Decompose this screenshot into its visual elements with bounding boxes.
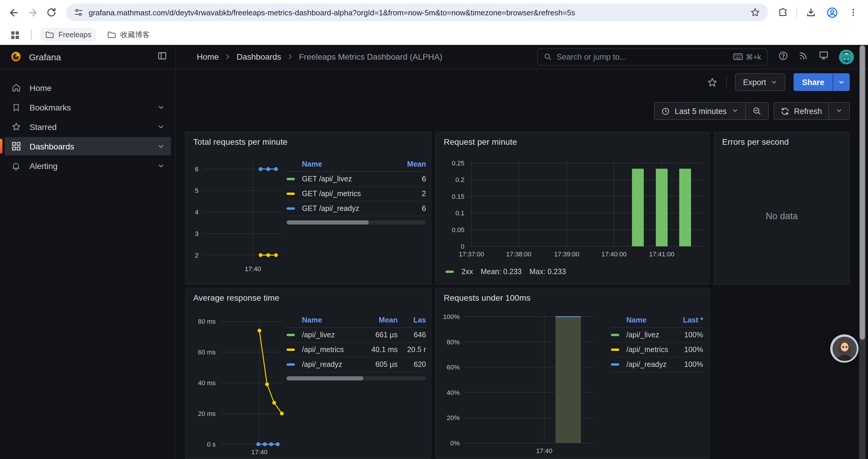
series-color-pill bbox=[286, 193, 295, 195]
apps-grid-icon[interactable] bbox=[7, 27, 23, 42]
legend-inline[interactable]: 2xx Mean: 0.233 Max: 0.233 bbox=[445, 268, 566, 276]
series-name[interactable]: /api/_metrics bbox=[302, 346, 361, 354]
search-shortcut: ⌘+k bbox=[733, 52, 761, 61]
series-name[interactable]: GET /api/_readyz bbox=[302, 204, 393, 213]
dock-menu-icon[interactable] bbox=[157, 51, 167, 63]
favorite-star-icon[interactable] bbox=[707, 76, 718, 88]
scrollbar-thumb[interactable] bbox=[286, 220, 369, 225]
refresh-button[interactable]: Refresh bbox=[774, 103, 829, 119]
panel-total-requests[interactable]: Total requests per minute 2345617:40 Nam… bbox=[185, 132, 431, 285]
site-settings-icon[interactable] bbox=[73, 5, 84, 20]
user-avatar[interactable] bbox=[839, 49, 854, 64]
chevron-down-icon[interactable] bbox=[157, 123, 165, 131]
series-name[interactable]: /api/_livez bbox=[626, 331, 670, 339]
zoom-out-button[interactable] bbox=[745, 103, 768, 119]
legend-row[interactable]: GET /api/_livez 6 bbox=[286, 172, 426, 187]
requests-under-100ms-chart: 0%20%40%60%80%100%17:40 bbox=[441, 311, 618, 458]
export-button[interactable]: Export bbox=[735, 73, 785, 91]
monitor-icon[interactable] bbox=[818, 50, 829, 63]
legend-header-name[interactable]: Name bbox=[302, 160, 393, 168]
bookmark-star-icon[interactable] bbox=[749, 5, 761, 20]
legend-row[interactable]: /api/_livez 661 µs 646 bbox=[286, 328, 426, 342]
sidebar-item-starred[interactable]: Starred bbox=[5, 118, 171, 136]
legend-row[interactable]: /api/_livez 100% bbox=[611, 328, 703, 342]
sidebar-item-alerting[interactable]: Alerting bbox=[5, 157, 171, 175]
sidebar-item-dashboards[interactable]: Dashboards bbox=[5, 137, 171, 155]
scrollbar-thumb[interactable] bbox=[286, 376, 363, 381]
legend-scrollbar[interactable] bbox=[286, 376, 426, 381]
chevron-down-icon[interactable] bbox=[157, 103, 165, 111]
scrollbar-thumb[interactable] bbox=[860, 45, 865, 340]
sidebar-item-bookmarks[interactable]: Bookmarks bbox=[5, 98, 171, 117]
news-rss-icon[interactable] bbox=[798, 51, 808, 63]
forward-icon[interactable] bbox=[25, 5, 40, 20]
chevron-down-icon[interactable] bbox=[157, 162, 165, 169]
url-text[interactable]: grafana.mathmast.com/d/deytv4rwavabkb/fr… bbox=[89, 8, 745, 17]
help-icon[interactable] bbox=[778, 51, 788, 63]
chevron-down-icon[interactable] bbox=[157, 142, 165, 150]
legend-scrollbar[interactable] bbox=[286, 220, 426, 225]
legend-header-mean[interactable]: Mean bbox=[361, 316, 398, 324]
legend-row[interactable]: GET /api/_metrics 2 bbox=[286, 187, 426, 201]
svg-text:80 ms: 80 ms bbox=[198, 318, 216, 325]
search-input[interactable]: Search or jump to... ⌘+k bbox=[537, 48, 768, 65]
page-scrollbar[interactable] bbox=[859, 45, 866, 459]
series-name[interactable]: /api/_livez bbox=[302, 331, 361, 339]
time-range-picker[interactable]: Last 5 minutes bbox=[655, 103, 745, 119]
time-controls: Last 5 minutes Refresh bbox=[654, 102, 850, 120]
panel-average-response-time[interactable]: Average response time 0 s20 ms40 ms60 ms… bbox=[185, 288, 431, 459]
legend-header-mean[interactable]: Mean bbox=[393, 160, 426, 168]
panel-errors-per-second[interactable]: Errors per second No data bbox=[714, 132, 850, 285]
series-mean: 661 µs bbox=[361, 331, 398, 339]
address-bar[interactable]: grafana.mathmast.com/d/deytv4rwavabkb/fr… bbox=[66, 4, 768, 21]
divider bbox=[726, 76, 727, 89]
nav-icon-group bbox=[768, 49, 868, 64]
svg-text:17:41:00: 17:41:00 bbox=[649, 251, 675, 258]
screen: grafana.mathmast.com/d/deytv4rwavabkb/fr… bbox=[0, 0, 868, 459]
menu-kebab-icon[interactable] bbox=[845, 5, 861, 20]
extensions-icon[interactable] bbox=[775, 5, 790, 20]
panel-title[interactable]: Average response time bbox=[186, 288, 431, 302]
series-name[interactable]: /api/_readyz bbox=[626, 360, 670, 369]
panel-title[interactable]: Requests under 100ms bbox=[436, 288, 709, 302]
series-name[interactable]: /api/_metrics bbox=[626, 346, 670, 354]
legend-header-name[interactable]: Name bbox=[302, 316, 361, 324]
panel-request-per-minute[interactable]: Request per minute 00.050.10.150.20.2517… bbox=[435, 132, 710, 285]
series-name[interactable]: 2xx bbox=[462, 268, 473, 276]
average-response-time-chart: 0 s20 ms40 ms60 ms80 ms17:40 bbox=[190, 311, 294, 458]
legend-row[interactable]: /api/_metrics 100% bbox=[611, 342, 703, 357]
series-name[interactable]: GET /api/_metrics bbox=[302, 190, 393, 198]
legend-row[interactable]: GET /api/_readyz 6 bbox=[286, 201, 426, 216]
series-name[interactable]: GET /api/_livez bbox=[302, 175, 393, 183]
profile-icon[interactable] bbox=[824, 5, 840, 20]
chevron-right-icon bbox=[286, 53, 294, 60]
panel-requests-under-100ms[interactable]: Requests under 100ms 0%20%40%60%80%100%1… bbox=[435, 288, 710, 459]
reload-icon[interactable] bbox=[44, 5, 59, 20]
bookmark-folder-freeleaps[interactable]: Freeleaps bbox=[40, 28, 96, 42]
legend-row[interactable]: /api/_metrics 40.1 ms 20.5 r bbox=[286, 342, 426, 357]
refresh-interval-chevron[interactable] bbox=[829, 103, 849, 119]
breadcrumb-dashboards[interactable]: Dashboards bbox=[237, 52, 281, 61]
legend-header-last[interactable]: Last * bbox=[670, 316, 703, 324]
share-menu-chevron[interactable] bbox=[833, 73, 850, 91]
legend-header-name[interactable]: Name bbox=[626, 316, 670, 324]
legend-header-last[interactable]: Las bbox=[398, 316, 426, 324]
bookmark-folder-blogs[interactable]: 收藏博客 bbox=[102, 28, 155, 42]
back-icon[interactable] bbox=[6, 5, 21, 20]
bookmark-icon bbox=[11, 102, 21, 112]
svg-text:40 ms: 40 ms bbox=[198, 379, 216, 387]
series-mean: 605 µs bbox=[361, 360, 398, 369]
svg-text:0 s: 0 s bbox=[207, 441, 216, 448]
breadcrumb-home[interactable]: Home bbox=[197, 52, 219, 61]
sidebar-item-home[interactable]: Home bbox=[5, 78, 171, 97]
legend-row[interactable]: /api/_readyz 100% bbox=[611, 357, 703, 372]
divider bbox=[31, 30, 32, 40]
panel-title[interactable]: Total requests per minute bbox=[186, 132, 431, 146]
legend-row[interactable]: /api/_readyz 605 µs 620 bbox=[286, 357, 426, 372]
panel-title[interactable]: Request per minute bbox=[436, 132, 709, 146]
series-color-pill bbox=[286, 349, 295, 351]
share-button[interactable]: Share bbox=[794, 73, 833, 91]
download-icon[interactable] bbox=[803, 5, 818, 20]
floating-assistant-avatar[interactable] bbox=[830, 334, 859, 363]
series-name[interactable]: /api/_readyz bbox=[302, 360, 361, 369]
